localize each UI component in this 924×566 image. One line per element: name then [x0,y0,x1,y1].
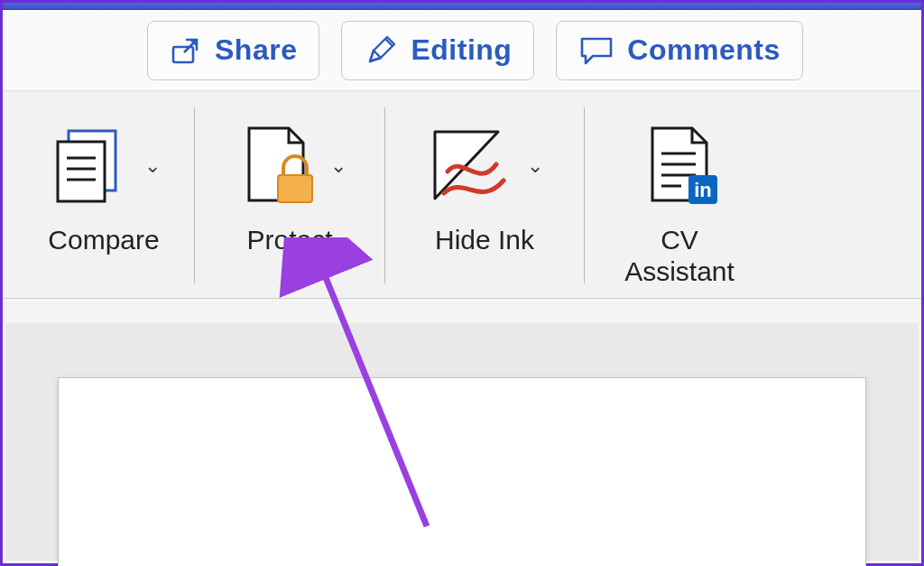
ribbon: ⌄ Compare ⌄ Protect [3,91,921,299]
hide-ink-icon [426,123,520,209]
compare-dropdown[interactable]: ⌄ [144,154,161,178]
pencil-icon [364,33,398,68]
document-page[interactable] [58,377,866,566]
document-canvas [5,323,919,561]
top-toolbar: Share Editing Comments [3,10,921,91]
comments-label: Comments [627,33,780,67]
protect-dropdown[interactable]: ⌄ [330,154,346,178]
share-label: Share [215,33,297,67]
comments-button[interactable]: Comments [556,21,802,80]
editing-button[interactable]: Editing [341,21,534,80]
compare-icon [47,125,137,207]
cv-assistant-group[interactable]: in CV Assistant [585,91,774,298]
svg-rect-0 [173,47,193,62]
share-icon [170,34,202,67]
share-button[interactable]: Share [147,21,319,80]
hide-ink-dropdown[interactable]: ⌄ [527,154,543,178]
protect-icon [233,123,323,209]
protect-label: Protect [246,225,332,256]
app-window: Share Editing Comments [0,0,924,566]
hide-ink-group[interactable]: ⌄ Hide Ink [385,91,584,298]
hide-ink-label: Hide Ink [435,225,534,256]
cv-assistant-label: CV Assistant [624,225,735,287]
editing-label: Editing [411,33,512,67]
compare-group[interactable]: ⌄ Compare [14,91,194,298]
comment-icon [578,34,614,67]
svg-rect-2 [58,142,105,201]
cv-assistant-icon: in [636,123,723,209]
compare-label: Compare [48,225,159,256]
svg-rect-6 [278,175,312,202]
svg-text:in: in [694,179,712,201]
protect-group[interactable]: ⌄ Protect [195,91,384,298]
window-titlebar [3,3,921,10]
